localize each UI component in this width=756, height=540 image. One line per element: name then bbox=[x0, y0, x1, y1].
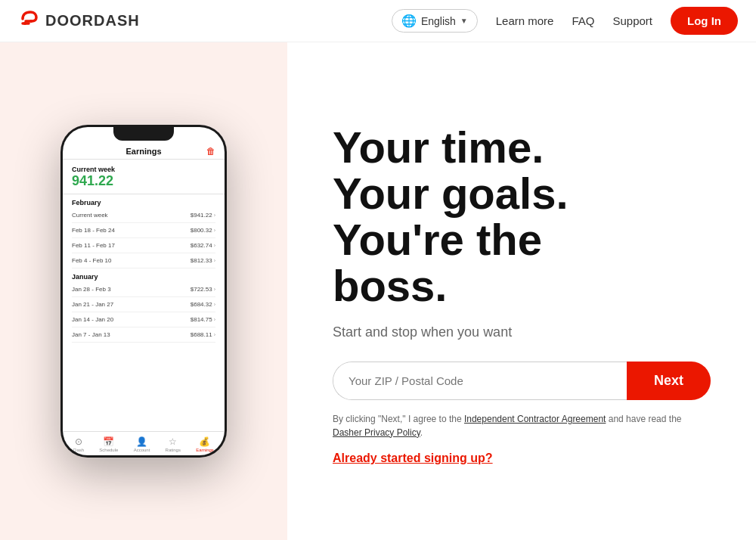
faq-link[interactable]: FAQ bbox=[572, 14, 594, 27]
table-row: Jan 28 - Feb 3 $722.53 › bbox=[72, 282, 215, 297]
current-week-section: Current week 941.22 bbox=[63, 160, 225, 194]
earnings-icon: 💰 bbox=[199, 436, 210, 447]
main-content: Earnings 🗑 Current week 941.22 February … bbox=[0, 42, 756, 540]
logo-area: DOORDASH bbox=[18, 8, 140, 34]
phone-nav-schedule[interactable]: 📅 Schedule bbox=[99, 436, 118, 452]
logo-text: DOORDASH bbox=[45, 12, 140, 29]
table-row: Jan 14 - Jan 20 $814.75 › bbox=[72, 312, 215, 327]
hero-title: Your time. Your goals. You're the boss. bbox=[333, 125, 711, 309]
phone-bottom-nav: ⊙ Dash 📅 Schedule 👤 Account ☆ bbox=[63, 431, 225, 455]
header: DOORDASH 🌐 English ▼ Learn more FAQ Supp… bbox=[0, 0, 756, 42]
current-week-label: Current week bbox=[72, 166, 215, 173]
table-row: Jan 7 - Jan 13 $688.11 › bbox=[72, 327, 215, 343]
login-button[interactable]: Log In bbox=[671, 7, 738, 35]
screen-content: Earnings 🗑 Current week 941.22 February … bbox=[63, 141, 225, 455]
hero-subtitle: Start and stop when you want bbox=[333, 324, 711, 340]
phone-nav-earnings[interactable]: 💰 Earnings bbox=[196, 436, 214, 452]
phone-nav-account[interactable]: 👤 Account bbox=[134, 436, 150, 452]
table-row: Feb 4 - Feb 10 $812.33 › bbox=[72, 253, 215, 268]
terms-text: By clicking "Next," I agree to the Indep… bbox=[333, 412, 696, 439]
signup-row: Next bbox=[333, 362, 711, 400]
month-label-january: January bbox=[72, 273, 215, 281]
phone-nav-ratings[interactable]: ☆ Ratings bbox=[166, 436, 181, 452]
hero-line-3: You're the bbox=[333, 215, 542, 264]
svg-point-0 bbox=[23, 22, 26, 25]
month-label-february: February bbox=[72, 199, 215, 206]
contractor-agreement-link[interactable]: Independent Contractor Agreement bbox=[464, 414, 606, 424]
svg-point-1 bbox=[29, 20, 33, 23]
schedule-icon: 📅 bbox=[103, 436, 114, 447]
next-button[interactable]: Next bbox=[627, 362, 711, 400]
language-label: English bbox=[421, 15, 456, 27]
phone-nav-dash[interactable]: ⊙ Dash bbox=[73, 436, 84, 452]
trash-icon[interactable]: 🗑 bbox=[206, 146, 215, 157]
table-row: Current week $941.22 › bbox=[72, 208, 215, 223]
phone-mockup: Earnings 🗑 Current week 941.22 February … bbox=[60, 125, 227, 458]
screen-header: Earnings 🗑 bbox=[63, 141, 225, 159]
privacy-policy-link[interactable]: Dasher Privacy Policy bbox=[333, 427, 420, 438]
nav-right: 🌐 English ▼ Learn more FAQ Support Log I… bbox=[392, 7, 738, 35]
left-panel: Earnings 🗑 Current week 941.22 February … bbox=[0, 42, 287, 540]
table-row: Feb 11 - Feb 17 $632.74 › bbox=[72, 238, 215, 253]
hero-line-1: Your time. bbox=[333, 123, 544, 172]
hero-line-2: Your goals. bbox=[333, 169, 569, 218]
phone-notch bbox=[113, 127, 174, 141]
support-link[interactable]: Support bbox=[612, 14, 652, 27]
hero-line-4: boss. bbox=[333, 261, 448, 310]
ratings-icon: ☆ bbox=[169, 436, 177, 447]
current-week-amount: 941.22 bbox=[72, 173, 215, 189]
learn-more-link[interactable]: Learn more bbox=[496, 14, 554, 27]
doordash-logo-icon bbox=[18, 8, 39, 34]
screen-title: Earnings bbox=[125, 147, 161, 156]
table-row: Jan 21 - Jan 27 $684.32 › bbox=[72, 297, 215, 312]
already-signing-up-link[interactable]: Already started signing up? bbox=[333, 452, 711, 465]
zip-input-wrap bbox=[333, 362, 627, 400]
globe-icon: 🌐 bbox=[401, 14, 417, 28]
table-row: Feb 18 - Feb 24 $800.32 › bbox=[72, 223, 215, 238]
right-panel: Your time. Your goals. You're the boss. … bbox=[287, 42, 756, 540]
account-icon: 👤 bbox=[136, 436, 147, 447]
dash-icon: ⊙ bbox=[75, 436, 82, 447]
language-selector[interactable]: 🌐 English ▼ bbox=[392, 9, 478, 33]
chevron-down-icon: ▼ bbox=[460, 17, 468, 25]
earnings-section: February Current week $941.22 › Feb 18 -… bbox=[63, 194, 225, 431]
zip-input[interactable] bbox=[333, 362, 627, 399]
